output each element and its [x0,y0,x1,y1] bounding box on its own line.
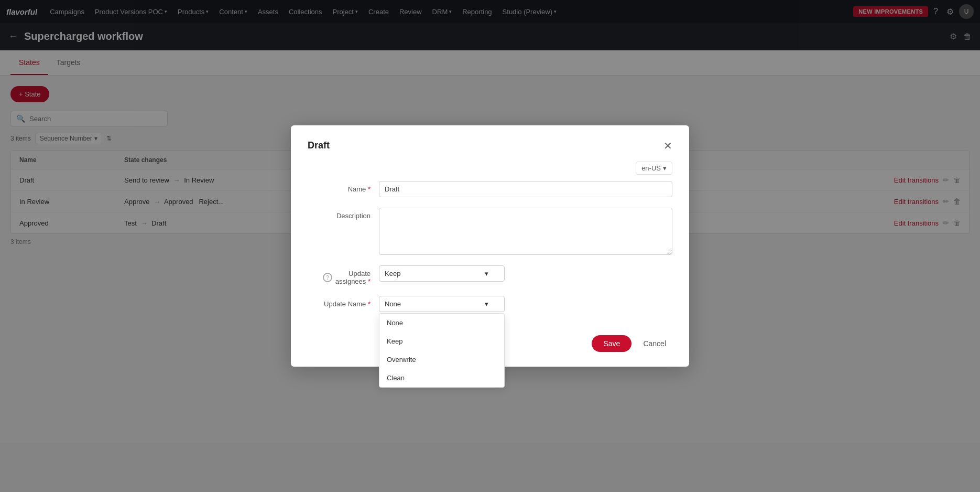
locale-button[interactable]: en-US ▾ [636,162,672,175]
update-name-select-wrapper: None ▾ None Keep Overwrite Clean [379,296,505,312]
update-name-dropdown: None Keep Overwrite Clean [379,313,505,388]
save-button[interactable]: Save [592,335,631,352]
update-assignees-row: ? Updateassignees * Keep ▾ [308,265,672,285]
update-name-row: Update Name * None ▾ None Keep Overwrite… [308,296,672,312]
update-name-button[interactable]: None ▾ [379,296,505,312]
modal-close-button[interactable]: ✕ [663,141,672,151]
dropdown-option-none[interactable]: None [379,314,504,332]
description-label: Description [308,208,371,220]
cancel-button[interactable]: Cancel [637,335,672,352]
help-icon[interactable]: ? [323,273,332,282]
description-field-row: Description [308,208,672,255]
update-name-label: Update Name * [308,296,371,308]
required-indicator: * [368,300,371,308]
name-input[interactable] [379,181,672,197]
modal-title: Draft [308,140,330,151]
chevron-down-icon: ▾ [485,270,488,277]
required-indicator: * [368,185,371,193]
chevron-down-icon: ▾ [663,164,667,172]
dropdown-option-clean[interactable]: Clean [379,369,504,387]
update-assignees-select: Keep ▾ [379,265,505,282]
chevron-down-icon: ▾ [485,300,488,308]
modal-dialog: Draft ✕ en-US ▾ Name * Description [291,125,689,367]
update-assignees-button[interactable]: Keep ▾ [379,265,505,282]
dropdown-option-keep[interactable]: Keep [379,332,504,350]
locale-selector: en-US ▾ [308,162,672,175]
modal-header: Draft ✕ [308,140,672,151]
update-assignees-label: ? Updateassignees * [308,265,371,285]
modal-overlay: Draft ✕ en-US ▾ Name * Description [0,0,980,492]
description-textarea[interactable] [379,208,672,255]
name-field-row: Name * [308,181,672,197]
name-label: Name * [308,181,371,193]
dropdown-option-overwrite[interactable]: Overwrite [379,350,504,369]
